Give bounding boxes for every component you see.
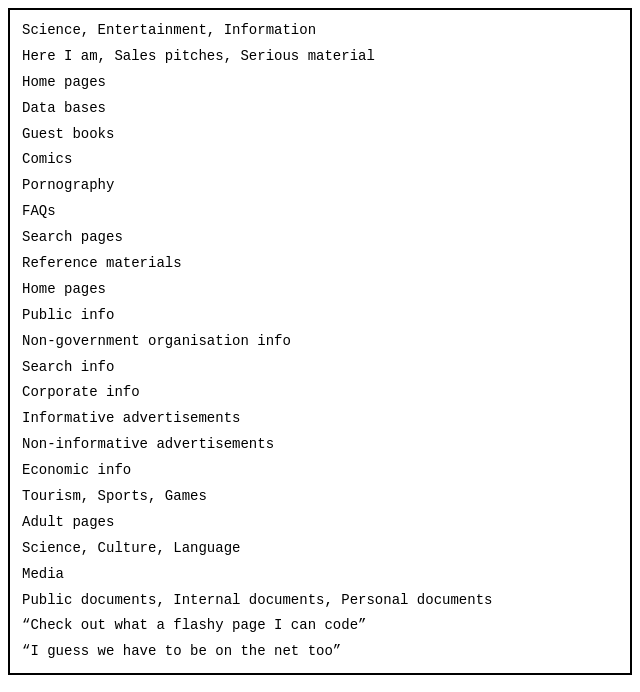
- list-item: Adult pages: [22, 510, 618, 536]
- list-item: Tourism, Sports, Games: [22, 484, 618, 510]
- list-item: Here I am, Sales pitches, Serious materi…: [22, 44, 618, 70]
- list-item: Corporate info: [22, 380, 618, 406]
- list-item: Science, Entertainment, Information: [22, 18, 618, 44]
- list-item: Non-informative advertisements: [22, 432, 618, 458]
- list-item: Search info: [22, 355, 618, 381]
- list-item: FAQs: [22, 199, 618, 225]
- main-container: Science, Entertainment, InformationHere …: [8, 8, 632, 675]
- list-item: Guest books: [22, 122, 618, 148]
- list-item: Science, Culture, Language: [22, 536, 618, 562]
- list-item: Public info: [22, 303, 618, 329]
- list-item: “Check out what a flashy page I can code…: [22, 613, 618, 639]
- list-item: Economic info: [22, 458, 618, 484]
- list-item: Reference materials: [22, 251, 618, 277]
- list-item: “I guess we have to be on the net too”: [22, 639, 618, 665]
- list-item: Comics: [22, 147, 618, 173]
- list-item: Search pages: [22, 225, 618, 251]
- list-item: Informative advertisements: [22, 406, 618, 432]
- list-item: Home pages: [22, 70, 618, 96]
- list-item: Non-government organisation info: [22, 329, 618, 355]
- list-item: Home pages: [22, 277, 618, 303]
- list-item: Data bases: [22, 96, 618, 122]
- list-item: Public documents, Internal documents, Pe…: [22, 588, 618, 614]
- list-item: Pornography: [22, 173, 618, 199]
- list-item: Media: [22, 562, 618, 588]
